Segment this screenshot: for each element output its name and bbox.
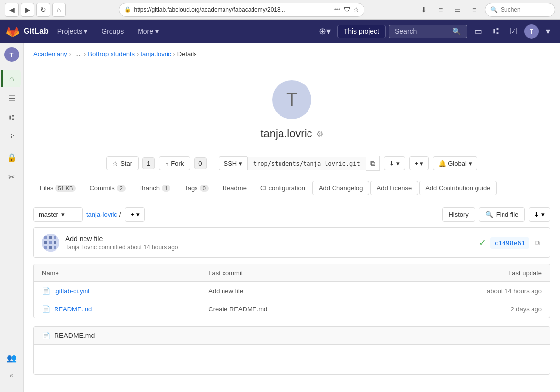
add-file-dropdown-button[interactable]: + ▾ [409,156,429,170]
commit-author-avatar [42,234,59,252]
home-button[interactable]: ⌂ [52,3,66,17]
download-icon: ⬇ [389,160,394,167]
breadcrumb-dots[interactable]: ... [73,49,82,58]
star-button[interactable]: ☆ Star [106,156,139,170]
readme-content [34,345,550,374]
download-button[interactable]: ⬇ [417,3,431,17]
forward-button[interactable]: ▶ [21,3,34,17]
main-content: Academany › ... › Bottrop students › tan… [24,43,560,392]
fork-count: 0 [194,157,206,169]
back-button[interactable]: ◀ [5,3,19,17]
col-update: Last update [375,269,542,277]
address-more-icon[interactable]: ••• [334,6,341,13]
browser-menu-button[interactable]: ≡ [467,3,481,17]
tab-files[interactable]: Files 51 KB [33,181,82,195]
search-icon: 🔍 [490,6,498,13]
project-title: tanja.lovric ⚙ [33,127,550,140]
commit-time: about 14 hours ago [127,244,178,251]
topnav-search-box[interactable]: Search 🔍 [389,25,467,38]
repo-path-link[interactable]: tanja-lovric [86,211,117,218]
sidebar-expand-button[interactable]: « [3,366,21,384]
tab-tags[interactable]: Tags 0 [178,181,215,195]
find-file-button[interactable]: 🔍 Find file [479,207,525,222]
left-sidebar: T ⌂ ☰ ⑆ ⏱ 🔒 ✂ 👥 « [0,43,24,392]
browser-search-bar[interactable]: 🔍 [485,3,555,17]
file-icon: 📄 [42,287,50,295]
sidebar-item-issues[interactable]: ☰ [3,89,21,107]
star-icon: ☆ [112,160,118,167]
table-row: 📄 README.md Create README.md 2 days ago [34,300,550,318]
merge-request-icon-button[interactable]: ⑆ [489,24,503,40]
repo-download-button[interactable]: ⬇ ▾ [529,207,550,222]
new-item-button[interactable]: ⊕ ▾ [315,23,335,40]
sidebar-item-security[interactable]: 🔒 [3,148,21,166]
readme-file-icon: 📄 [42,332,50,339]
action-bar: ☆ Star 1 ⑂ Fork 0 SSH ▾ trop/students/ta… [24,150,560,177]
tab-add-license[interactable]: Add License [370,181,419,195]
commit-author-name: Tanja Lovric [65,244,97,251]
tab-commits[interactable]: Commits 2 [83,181,132,195]
file-name-readme[interactable]: 📄 README.md [42,305,208,313]
copy-hash-button[interactable]: ⧉ [533,237,542,249]
find-file-label: Find file [496,211,519,218]
star-label: Star [120,160,132,167]
table-row: 📄 .gitlab-ci.yml Add new file about 14 h… [34,282,550,300]
project-header: T tanja.lovric ⚙ [24,64,560,150]
address-bar[interactable]: 🔒 https://gitlab.fabcloud.org/academany/… [119,3,364,17]
svg-rect-7 [44,246,47,249]
tab-add-contribution[interactable]: Add Contribution guide [419,181,497,195]
star-icon[interactable]: ☆ [353,6,359,13]
add-file-button[interactable]: + ▾ [125,207,145,222]
project-settings-icon[interactable]: ⚙ [316,129,323,139]
user-menu-chevron[interactable]: ▾ [542,23,554,40]
gitlab-logo[interactable]: GitLab [6,25,49,38]
repo-download-icon: ⬇ [534,211,539,218]
browser-search-input[interactable] [501,6,550,13]
commit-message: Add new file [65,235,473,243]
commit-info-bar: Add new file Tanja Lovric committed abou… [33,227,550,258]
copy-url-button[interactable]: ⧉ [366,156,380,171]
sidebar-toggle-button[interactable]: ▭ [450,3,464,17]
layout-toggle-button[interactable]: ▭ [470,23,486,40]
sidebar-item-merge-requests[interactable]: ⑆ [3,109,21,127]
commit-hash[interactable]: c1498e61 [490,237,529,249]
file-name-gitlabci[interactable]: 📄 .gitlab-ci.yml [42,287,208,295]
more-menu-button[interactable]: More ▾ [133,25,164,38]
projects-menu-button[interactable]: Projects ▾ [53,25,93,38]
notification-icon: 🔔 [438,160,446,167]
fork-icon: ⑂ [165,160,169,167]
breadcrumb-bottrop[interactable]: Bottrop students [88,50,135,57]
path-separator: / [119,211,121,218]
sidebar-item-ci-cd[interactable]: ⏱ [3,129,21,146]
ssh-url-field[interactable]: trop/students/tanja-lovric.git [247,157,366,170]
sidebar-item-snippets[interactable]: ✂ [3,168,21,186]
user-avatar[interactable]: T [524,24,539,39]
tab-branch[interactable]: Branch 1 [133,181,177,195]
star-count: 1 [142,157,155,169]
notification-button[interactable]: 🔔 Global ▾ [433,156,477,170]
topnav-right: ⊕ ▾ This project Search 🔍 ▭ ⑆ ☑ T ▾ [315,23,554,40]
tab-readme[interactable]: Readme [216,181,253,195]
file-commit-readme: Create README.md [208,306,375,313]
groups-menu-button[interactable]: Groups [96,25,129,38]
history-button[interactable]: History [442,207,475,222]
todo-icon-button[interactable]: ☑ [505,23,521,40]
ssh-dropdown-button[interactable]: SSH ▾ [219,156,247,170]
tab-add-changelog[interactable]: Add Changelog [312,181,369,195]
download-button[interactable]: ⬇ ▾ [384,156,405,170]
breadcrumb-tanja[interactable]: tanja.lovric [140,50,171,57]
refresh-button[interactable]: ↻ [36,3,50,17]
col-commit: Last commit [208,269,375,277]
fork-button[interactable]: ⑂ Fork [159,156,190,170]
url-text: https://gitlab.fabcloud.org/academany/fa… [134,6,331,13]
sidebar-item-members[interactable]: 👥 [3,349,21,366]
tab-ci-config[interactable]: CI configuration [254,181,311,195]
svg-rect-2 [49,236,52,239]
sidebar-item-home[interactable]: ⌂ [1,70,21,87]
breadcrumb-academany[interactable]: Academany [33,50,67,57]
branch-selector[interactable]: master ▾ [33,207,83,222]
sidebar-user-avatar[interactable]: T [4,47,19,62]
file-table: Name Last commit Last update 📄 .gitlab-c… [33,264,550,318]
library-button[interactable]: ≡ [434,3,448,17]
add-icon: + [415,160,419,167]
